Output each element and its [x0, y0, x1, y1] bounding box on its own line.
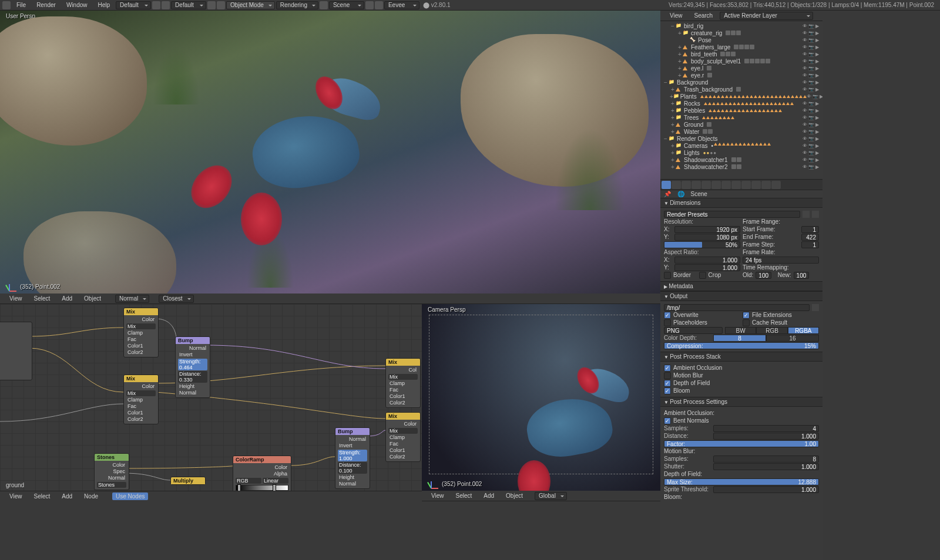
panel-metadata-header[interactable]: Metadata — [660, 281, 822, 291]
expand-icon[interactable]: + — [677, 65, 683, 72]
aspect-y-field[interactable]: 1.000 — [674, 264, 740, 271]
display-mode-dropdown[interactable]: Active Render Layer — [720, 12, 813, 20]
expand-icon[interactable]: + — [670, 114, 676, 121]
node-invert[interactable]: Invert — [178, 352, 207, 358]
item-name[interactable]: body_sculpt_level1 — [690, 58, 742, 65]
node-out-alpha[interactable]: Alpha — [236, 471, 288, 477]
color-depth-segmented[interactable]: 816 — [713, 335, 819, 342]
cvp-menu-view[interactable]: View — [427, 491, 449, 500]
node-colorramp[interactable]: ColorRamp Color Alpha RGB Linear — [233, 456, 291, 491]
expand-icon[interactable]: − — [663, 79, 669, 86]
render-presets-dropdown[interactable]: Render Presets — [664, 211, 800, 218]
restrict-icons[interactable]: 👁📷▶ — [803, 87, 820, 92]
vp-menu-view[interactable]: View — [5, 294, 27, 303]
outliner-item[interactable]: +📁Lights●●●●👁📷▶ — [660, 149, 822, 156]
pin-icon[interactable]: 📌 — [664, 191, 671, 197]
3d-viewport-camera[interactable]: Camera Persp (352) Point.002 — [422, 304, 660, 491]
node-normal[interactable]: Normal — [338, 481, 367, 487]
snap-target-dropdown[interactable]: Closest — [159, 295, 193, 303]
node-clamp[interactable]: Clamp — [126, 330, 156, 336]
node-fac[interactable]: Fac — [126, 403, 156, 410]
menu-render[interactable]: Render — [32, 1, 61, 9]
node-mix-4[interactable]: Mix Color Mix Clamp Fac Color1 Color2 — [385, 412, 421, 462]
restrict-icons[interactable]: 👁📷▶ — [803, 108, 820, 113]
ne-menu-node[interactable]: Node — [79, 492, 103, 501]
out-menu-search[interactable]: Search — [690, 11, 718, 20]
node-clamp[interactable]: Clamp — [388, 380, 418, 387]
menu-file[interactable]: File — [12, 1, 31, 9]
outliner-item[interactable]: −📁Background👁📷▶ — [660, 79, 822, 86]
node-header[interactable]: Mix — [124, 308, 158, 315]
item-name[interactable]: Rocks — [683, 100, 701, 107]
node-out-color[interactable]: Color — [97, 462, 126, 468]
node-header[interactable]: Bump — [335, 428, 370, 435]
node-stones[interactable]: Stones Color Spec Normal Stones — [94, 453, 129, 490]
sprite-field[interactable]: 1.000 — [713, 486, 819, 493]
expand-icon[interactable]: + — [677, 51, 683, 58]
render-engine-dropdown[interactable]: Eevee — [384, 1, 419, 9]
item-name[interactable]: Feathers_large — [690, 44, 731, 50]
outliner-item[interactable]: +📁Pebbles👁📷▶ — [660, 107, 822, 114]
node-blend-type[interactable]: Mix — [126, 390, 156, 396]
node-header[interactable]: Mix — [386, 359, 420, 366]
node-header[interactable]: Mix — [386, 413, 420, 420]
tab-world[interactable] — [691, 181, 701, 189]
item-name[interactable]: Pebbles — [683, 107, 706, 114]
restrict-icons[interactable]: 👁📷▶ — [803, 59, 820, 64]
ao-checkbox[interactable] — [664, 365, 671, 372]
color-ramp-gradient[interactable] — [236, 485, 288, 491]
add-icon[interactable] — [207, 1, 216, 9]
restrict-icons[interactable]: 👁📷▶ — [803, 45, 820, 50]
node-bump-1[interactable]: Bump Normal Invert Strength: 0.464 Dista… — [175, 336, 210, 398]
expand-icon[interactable]: + — [670, 107, 676, 114]
panel-ppset-header[interactable]: Post Process Settings — [660, 397, 822, 407]
node-output-normal[interactable]: Normal — [178, 345, 207, 352]
expand-icon[interactable]: + — [670, 143, 676, 149]
restrict-icons[interactable]: 👁📷▶ — [803, 31, 820, 36]
item-name[interactable]: eye.r — [690, 72, 705, 79]
node-color1[interactable]: Color1 — [388, 447, 418, 454]
item-name[interactable]: Render Objects — [676, 136, 719, 142]
dof-maxsize-slider[interactable]: Max Size:12.888 — [664, 478, 819, 485]
outliner-item[interactable]: +eye.r👁📷▶ — [660, 72, 822, 79]
restrict-icons[interactable]: 👁📷▶ — [803, 157, 820, 163]
output-path-field[interactable]: /tmp/ — [664, 304, 810, 311]
node-out-col[interactable]: Col — [388, 367, 418, 373]
node-mix-3[interactable]: Mix Col Mix Clamp Fac Color1 Color2 — [385, 358, 421, 408]
tab-modifiers[interactable] — [721, 181, 731, 189]
remove-scene-icon[interactable] — [375, 1, 383, 9]
item-name[interactable]: Ground — [683, 122, 704, 128]
cvp-menu-add[interactable]: Add — [479, 491, 499, 500]
node-color1[interactable]: Color1 — [388, 393, 418, 400]
aspect-x-field[interactable]: 1.000 — [674, 257, 740, 264]
crop-checkbox[interactable] — [699, 272, 706, 279]
outliner-item[interactable]: +bird_teeth👁📷▶ — [660, 50, 822, 58]
node-color1[interactable]: Color1 — [126, 343, 156, 349]
restrict-icons[interactable]: 👁📷▶ — [803, 150, 820, 156]
cvp-menu-object[interactable]: Object — [501, 491, 528, 500]
node-multiply[interactable]: Multiply — [170, 477, 206, 485]
panel-dimensions-header[interactable]: Dimensions — [660, 198, 822, 208]
remove-icon[interactable] — [217, 1, 225, 9]
ramp-mode[interactable]: RGB — [236, 478, 261, 484]
node-header[interactable]: ColorRamp — [233, 456, 291, 463]
node-bump-2[interactable]: Bump Normal Invert Strength: 1.000 Dista… — [335, 427, 370, 489]
expand-icon[interactable]: + — [670, 150, 676, 156]
expand-icon[interactable]: + — [670, 157, 676, 163]
item-name[interactable]: Trash_background — [683, 86, 734, 93]
ne-menu-add[interactable]: Add — [57, 492, 77, 501]
node-editor[interactable]: Mix Color Mix Clamp Fac Color1 Color2 Mi… — [0, 304, 422, 491]
node-fac[interactable]: Fac — [388, 441, 418, 447]
node-output-normal[interactable]: Normal — [338, 436, 367, 443]
node-mix-1[interactable]: Mix Color Mix Clamp Fac Color1 Color2 — [123, 308, 159, 357]
remap-new-field[interactable]: 100 — [794, 272, 810, 279]
node-partial-left[interactable] — [0, 322, 32, 380]
tab-texture[interactable] — [751, 181, 761, 189]
expand-icon[interactable]: + — [670, 100, 676, 107]
res-pct-slider[interactable]: 50% — [664, 241, 740, 248]
restrict-icons[interactable]: 👁📷▶ — [803, 66, 820, 71]
item-name[interactable]: Pose — [697, 37, 713, 43]
node-out-normal[interactable]: Normal — [97, 475, 126, 481]
mode-dropdown[interactable]: Object Mode — [226, 1, 275, 9]
panel-output-header[interactable]: Output — [660, 291, 822, 301]
